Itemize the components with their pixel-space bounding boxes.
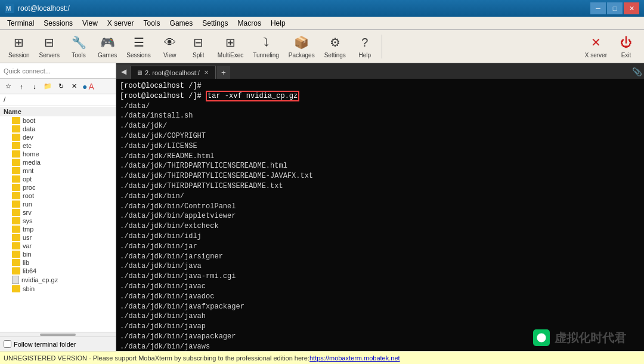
toolbar-item-settings[interactable]: ⚙Settings (321, 33, 349, 60)
window-controls: ─ □ ✕ (590, 2, 639, 14)
tree-item-label: media (23, 159, 41, 166)
help-label: Help (359, 52, 371, 58)
sessions-label: Sessions (126, 52, 151, 58)
tree-item-bin[interactable]: bin (0, 250, 116, 258)
menu-item-x server[interactable]: X server (103, 18, 139, 29)
exit-icon: ⏻ (618, 34, 634, 51)
toolbar-item-exit[interactable]: ⏻Exit (613, 33, 639, 60)
toolbar-item-view[interactable]: 👁View (157, 33, 183, 60)
tree-item-usr[interactable]: usr (0, 233, 116, 242)
toolbar-item-packages[interactable]: 📦Packages (285, 33, 318, 60)
close-button[interactable]: ✕ (624, 2, 639, 14)
folder-icon (12, 285, 20, 292)
terminal-line: [root@localhost /]# (120, 81, 640, 91)
tree-item-home[interactable]: home (0, 150, 116, 158)
toolbar-item-split[interactable]: ⊟Split (185, 33, 212, 60)
menu-item-games[interactable]: Games (165, 18, 198, 29)
terminal-line: ./data/jdk/LICENSE (120, 141, 640, 152)
tree-item-media[interactable]: media (0, 158, 116, 166)
terminal-line: ./data/jdk/THIRDPARTYLICENSEREADME.html (120, 161, 640, 171)
servers-icon: ⊟ (41, 34, 58, 51)
tree-item-label: opt (23, 175, 32, 183)
tree-item-run[interactable]: run (0, 200, 116, 208)
menu-item-terminal[interactable]: Terminal (2, 18, 39, 29)
terminal-line: ./data/jdk/bin/javadoc (120, 292, 640, 302)
toolbar-item-games[interactable]: 🎮Games (94, 33, 120, 60)
tree-item-opt[interactable]: opt (0, 175, 116, 183)
tree-item-var[interactable]: var (0, 242, 116, 250)
quick-connect-input[interactable] (4, 67, 112, 75)
toolbar-item-servers[interactable]: ⊟Servers (36, 33, 63, 60)
menu-item-macros[interactable]: Macros (233, 18, 266, 29)
tab-bar: ◀ 🖥 2. root@localhost:/ ✕ + 📎 (116, 63, 644, 79)
toolbar-item-sessions[interactable]: ☰Sessions (123, 33, 154, 60)
terminal-line: ./data/jdk/THIRDPARTYLICENSEREADME-JAVAF… (120, 171, 640, 181)
toolbar-item-tools[interactable]: 🔧Tools (66, 33, 92, 60)
menu-item-help[interactable]: Help (266, 18, 290, 29)
tree-item-boot[interactable]: boot (0, 116, 116, 125)
menu-item-sessions[interactable]: Sessions (39, 18, 78, 29)
terminal-line: [root@localhost /]# tar -xvf nvidia_cp.g… (120, 91, 640, 101)
tree-item-etc[interactable]: etc (0, 141, 116, 150)
tab-1[interactable]: 🖥 2. root@localhost:/ ✕ (131, 66, 216, 79)
tree-item-sbin[interactable]: sbin (0, 285, 116, 293)
toolbar-right: ✕X server⏻Exit (581, 33, 639, 60)
toolbar-item-session[interactable]: ⊞Session (5, 33, 33, 60)
split-icon: ⊟ (190, 34, 207, 51)
left-scroll-area (0, 332, 116, 337)
tree-item-lib[interactable]: lib (0, 258, 116, 267)
terminal-line: ./data/jdk/bin/javaws (120, 342, 640, 351)
tree-header: Name (0, 107, 116, 116)
menu-bar: TerminalSessionsViewX serverToolsGamesSe… (0, 17, 644, 30)
tab-add-button[interactable]: + (217, 66, 230, 79)
menu-item-tools[interactable]: Tools (139, 18, 165, 29)
tree-item-lib64[interactable]: lib64 (0, 267, 116, 275)
toolbar-item-tunneling[interactable]: ⤵Tunneling (249, 33, 283, 60)
tab-close-btn[interactable]: ✕ (202, 69, 210, 77)
folder-icon (12, 150, 20, 158)
menu-item-settings[interactable]: Settings (197, 18, 233, 29)
folder-icon (12, 125, 20, 132)
menu-item-view[interactable]: View (78, 18, 103, 29)
tree-item-mnt[interactable]: mnt (0, 166, 116, 175)
left-scrollbar[interactable] (40, 334, 76, 336)
tree-item-data[interactable]: data (0, 125, 116, 133)
main-layout: ☆ ↑ ↓ 📁 ↻ ✕ ● A / Name bootdatadevetchom… (0, 63, 644, 351)
terminal-line: ./data/jdk/bin/java-rmi.cgi (120, 272, 640, 282)
file-icon (12, 276, 19, 284)
tree-item-proc[interactable]: proc (0, 183, 116, 192)
tree-item-srv[interactable]: srv (0, 208, 116, 217)
tree-item-label: lib (23, 259, 29, 266)
download-btn[interactable]: ↓ (29, 81, 41, 92)
toolbar-item-x-server[interactable]: ✕X server (581, 33, 611, 60)
star-btn[interactable]: ☆ (2, 81, 14, 92)
toolbar-item-multiexec[interactable]: ⊞MultiExec (214, 33, 247, 60)
folder-icon (12, 242, 20, 249)
upload-btn[interactable]: ↑ (16, 81, 27, 92)
tree-item-tmp[interactable]: tmp (0, 225, 116, 233)
tree-item-label: lib64 (23, 267, 36, 274)
status-link[interactable]: https://mobaxterm.mobatek.net (309, 354, 400, 362)
tree-item-label: proc (23, 184, 35, 191)
tree-root-path: / (0, 94, 116, 106)
delete-btn[interactable]: ✕ (68, 81, 80, 92)
folder-icon (12, 234, 20, 241)
tree-item-sys[interactable]: sys (0, 217, 116, 225)
tab-sftp-icon[interactable]: 📎 (630, 64, 644, 79)
minimize-button[interactable]: ─ (590, 2, 606, 14)
tree-item-label: etc (23, 142, 32, 149)
split-label: Split (193, 52, 204, 58)
follow-terminal-bar: Follow terminal folder (0, 337, 116, 351)
terminal-content[interactable]: [root@localhost /]#[root@localhost /]# t… (116, 79, 644, 351)
toolbar-item-help[interactable]: ?Help (352, 33, 378, 60)
tree-item-dev[interactable]: dev (0, 133, 116, 141)
follow-terminal-checkbox[interactable] (4, 340, 11, 348)
tab-nav-left[interactable]: ◀ (116, 64, 131, 79)
tree-item-label: home (23, 150, 39, 158)
tree-item-root[interactable]: root (0, 192, 116, 200)
svg-text:M: M (6, 5, 11, 12)
refresh-btn[interactable]: ↻ (55, 81, 67, 92)
new-folder-btn[interactable]: 📁 (42, 81, 54, 92)
tree-item-nvidia_cp.gz[interactable]: nvidia_cp.gz (0, 275, 116, 285)
maximize-button[interactable]: □ (607, 2, 623, 14)
